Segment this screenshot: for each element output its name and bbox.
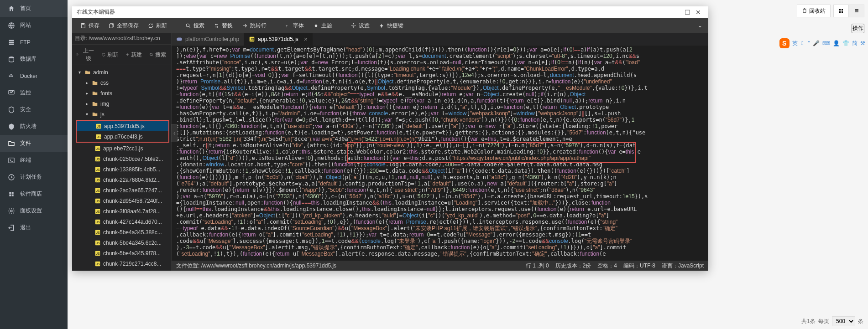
tree-folder-fonts[interactable]: ▸fonts: [72, 88, 171, 98]
comma-icon[interactable]: ": [808, 40, 810, 46]
tab-js[interactable]: JS app.53971dd5.js ×: [244, 33, 313, 46]
tree-file[interactable]: JSchunk-7219c271.4cc8...: [72, 258, 171, 269]
tree-file[interactable]: JSchunk-0250cce7.5bfe2...: [72, 154, 171, 164]
tree-folder-img[interactable]: ▸img: [72, 98, 171, 109]
svg-text:JS: JS: [96, 262, 100, 265]
sidebar-item-label: 退出: [20, 224, 31, 231]
js-file-icon: JS: [94, 250, 101, 257]
svg-point-29: [150, 53, 152, 56]
ime-lang-indicator[interactable]: 英: [792, 40, 798, 47]
theme-button[interactable]: 主题: [309, 18, 337, 33]
spaces-indicator[interactable]: 空格：4: [597, 262, 617, 270]
js-file-icon: JS: [94, 145, 101, 152]
settings-button[interactable]: 设置: [346, 18, 374, 33]
close-button[interactable]: ✕: [693, 9, 704, 16]
recycle-button[interactable]: 回收站: [797, 5, 831, 17]
tree-file[interactable]: JSchunk-2d954f58.7240f...: [72, 195, 171, 206]
sidebar-item-label: 防火墙: [20, 123, 37, 130]
sidebar-item-ftp[interactable]: FTP: [0, 34, 68, 51]
tree-file[interactable]: JSapp.ebe72cc1.js: [72, 143, 171, 154]
tree-file[interactable]: JSchunk-2ac2ae65.7247...: [72, 185, 171, 195]
tree-file[interactable]: JSchunk-5be4a345.388c...: [72, 227, 171, 237]
sidebar-item-label: 数据库: [20, 55, 37, 63]
tree-file[interactable]: JSchunk-133885fc.4db5...: [72, 164, 171, 175]
tree-file[interactable]: JSchunk-ab8d0cce.9bc9...: [72, 269, 171, 271]
tab-php[interactable]: platformController.php: [172, 33, 244, 46]
save-button[interactable]: 保存: [76, 18, 104, 33]
code-area[interactable]: ),n(e)},f.href=o;var m=document.getEleme…: [172, 46, 708, 261]
sidebar-item-store[interactable]: 软件商店: [0, 185, 68, 202]
panel-collapse-button[interactable]: ‹: [171, 124, 178, 142]
keyboard-icon[interactable]: ⌨: [822, 40, 830, 46]
sogou-logo-icon[interactable]: S: [779, 38, 790, 48]
svg-rect-6: [10, 75, 12, 77]
minimize-button[interactable]: —: [671, 9, 682, 16]
tools-icon[interactable]: ⚒: [860, 40, 865, 46]
tree-folder-admin[interactable]: ▾admin: [72, 67, 171, 77]
file-name: chunk-133885fc.4db5...: [103, 166, 160, 173]
tree-file[interactable]: JSchunk-3f08aaf4.7af28...: [72, 206, 171, 216]
svg-text:JS: JS: [97, 135, 101, 138]
sidebar-item-terminal[interactable]: 终端: [0, 152, 68, 169]
history-version[interactable]: 历史版本：2份: [555, 262, 591, 270]
svg-rect-7: [12, 75, 13, 77]
sidebar-item-cron[interactable]: 计划任务: [0, 169, 68, 185]
sidebar-item-home[interactable]: 首页: [0, 0, 68, 17]
sidebar-item-website[interactable]: 网站: [0, 17, 68, 34]
chevron-down-icon[interactable]: ⌄: [695, 22, 705, 29]
moon-icon[interactable]: ☾: [800, 40, 805, 46]
save-all-button[interactable]: 全部保存: [104, 18, 143, 33]
button-label: 刷新: [156, 22, 167, 30]
sidebar-item-exit[interactable]: 退出: [0, 219, 68, 236]
operate-button[interactable]: 操作: [852, 24, 864, 33]
tree-file[interactable]: JSapp.d76ce4f3.js: [77, 131, 168, 142]
folder-icon: [84, 69, 91, 76]
sidebar-item-docker[interactable]: Docker: [0, 67, 68, 84]
tree-file[interactable]: JSchunk-5be4a345.9f78...: [72, 248, 171, 258]
replace-button[interactable]: 替换: [209, 18, 237, 33]
sidebar-item-settings[interactable]: 面板设置: [0, 202, 68, 219]
tree-file[interactable]: JSchunk-22a76804.8fd2...: [72, 175, 171, 185]
file-name: chunk-2d954f58.7240f...: [103, 198, 162, 204]
svg-rect-22: [855, 10, 858, 11]
file-tree[interactable]: ▾admin ▸css ▸fonts ▸img ▾js JSapp.53971d…: [72, 65, 171, 271]
encoding-indicator[interactable]: 编码：UTF-8: [623, 262, 655, 270]
tree-folder-js[interactable]: ▾js: [72, 109, 171, 119]
tree-file[interactable]: JSapp.53971dd5.js: [77, 121, 168, 131]
view-grid-button[interactable]: [833, 5, 849, 17]
font-button[interactable]: T字体: [280, 18, 309, 33]
tree-folder-css[interactable]: ▸css: [72, 77, 171, 88]
sidebar-item-security[interactable]: 安全: [0, 101, 68, 118]
language-indicator[interactable]: 语言：JavaScript: [662, 262, 704, 270]
tree-file[interactable]: JSchunk-5be4a345.6c2c...: [72, 237, 171, 248]
editor-titlebar: 在线文本编辑器 — ☐ ✕: [72, 6, 708, 18]
folder-icon: [7, 139, 16, 148]
sidebar-item-firewall[interactable]: 防火墙: [0, 118, 68, 135]
sidebar-item-files[interactable]: 文件: [0, 135, 68, 152]
refresh-button[interactable]: 刷新: [143, 18, 172, 33]
goto-button[interactable]: 跳转行: [237, 18, 271, 33]
maximize-button[interactable]: ☐: [682, 9, 693, 16]
file-name: chunk-5be4a345.6c2c...: [103, 240, 162, 246]
refresh-mini-button[interactable]: 刷新: [98, 46, 121, 64]
tab-close-button[interactable]: ×: [304, 36, 308, 43]
sidebar-item-monitor[interactable]: 监控: [0, 84, 68, 101]
view-list-button[interactable]: [849, 5, 864, 17]
search-mini-button[interactable]: 搜索: [146, 46, 169, 64]
shortcut-button[interactable]: 快捷键: [374, 18, 408, 33]
new-button[interactable]: 新建: [122, 46, 146, 64]
svg-point-27: [315, 24, 317, 26]
per-page-select[interactable]: 500: [832, 316, 855, 326]
search-button[interactable]: 搜索: [181, 18, 209, 33]
cursor-position[interactable]: 行 1 ,列 0: [526, 262, 549, 270]
skin-icon[interactable]: 👕: [842, 40, 849, 46]
sidebar-item-database[interactable]: 数据库: [0, 51, 68, 67]
dir-label: 目录:: [75, 35, 87, 41]
person-icon[interactable]: 👤: [833, 40, 840, 46]
ime-overlay: S 英 ☾ " 🎤 ⌨ 👤 👕 简 ⚒: [779, 38, 865, 48]
mic-icon[interactable]: 🎤: [813, 40, 820, 46]
up-button[interactable]: 上一级: [74, 46, 97, 64]
tree-file[interactable]: JSchunk-427c144a.d670...: [72, 216, 171, 227]
simplified-icon[interactable]: 简: [852, 40, 858, 47]
svg-rect-17: [839, 9, 841, 10]
